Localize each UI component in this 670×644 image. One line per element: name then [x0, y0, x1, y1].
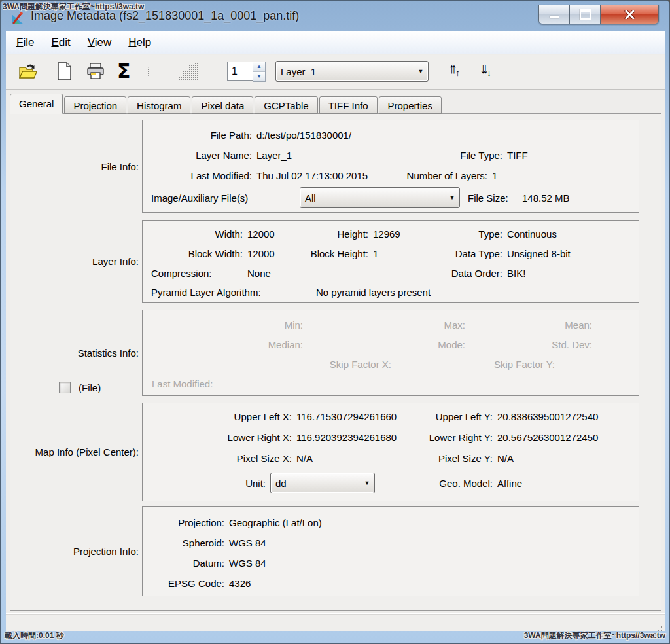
menu-help[interactable]: Help — [128, 36, 151, 49]
chevron-down-icon: ▼ — [414, 68, 428, 75]
tab-gcptable[interactable]: GCPTable — [255, 96, 317, 114]
status-bar — [6, 613, 665, 631]
block-height-value: 1 — [373, 248, 378, 260]
layers-descend-button[interactable]: ↓↓↓ — [480, 61, 489, 77]
median-label: Median: — [143, 339, 303, 351]
unit-dropdown[interactable]: dd ▼ — [270, 473, 375, 493]
maximize-button[interactable] — [570, 5, 601, 24]
minimize-icon — [550, 16, 559, 18]
pixel-size-y-label: Pixel Size Y: — [395, 453, 493, 465]
map-info-section-label: Map Info (Pixel Center): — [13, 446, 139, 457]
toolbar: Σ 1 ▲ ▼ Layer_1 ▼ ↑↑↑ — [6, 55, 665, 90]
aux-files-dropdown[interactable]: All ▼ — [300, 187, 460, 208]
layer-select-dropdown[interactable]: Layer_1 ▼ — [275, 61, 429, 82]
menu-file[interactable]: File — [16, 36, 34, 49]
upper-left-y-value: 20.8386395001272540 — [497, 411, 598, 423]
spinner-up-button[interactable]: ▲ — [253, 62, 265, 72]
data-order-label: Data Order: — [437, 268, 502, 279]
watermark-bottom-left: 載入時間:0.01 秒 — [5, 630, 64, 641]
lower-right-y-label: Lower Right Y: — [395, 432, 493, 444]
menu-edit[interactable]: Edit — [51, 36, 70, 49]
last-modified-value: Thu Jul 02 17:13:00 2015 — [256, 170, 368, 182]
sigma-icon: Σ — [117, 60, 131, 82]
epsg-code-label: EPSG Code: — [143, 578, 224, 590]
layers-ascend-button[interactable]: ↑↑↑ — [448, 61, 457, 77]
file-size-value: 148.52 MB — [522, 192, 570, 204]
tab-tiff-info[interactable]: TIFF Info — [319, 96, 378, 114]
height-value: 12969 — [373, 228, 400, 240]
layer-number-spinner[interactable]: 1 ▲ ▼ — [227, 62, 266, 82]
tab-projection[interactable]: Projection — [64, 96, 126, 114]
up-arrow-icon: ↑ — [451, 61, 453, 76]
chevron-down-icon: ▼ — [360, 480, 374, 486]
std-dev-label: Std. Dev: — [461, 339, 592, 351]
unit-label: Unit: — [143, 478, 266, 490]
pixel-size-x-value: N/A — [296, 453, 313, 465]
histogram-disabled-button — [179, 63, 198, 81]
file-path-label: File Path: — [143, 130, 252, 141]
print-button[interactable] — [86, 62, 105, 82]
resize-grip[interactable] — [661, 626, 662, 628]
window-controls — [538, 5, 659, 24]
menu-bar: File Edit View Help — [6, 31, 665, 54]
lower-right-x-label: Lower Right X: — [143, 432, 292, 444]
projection-value: Geographic (Lat/Lon) — [229, 517, 322, 529]
num-layers-label: Number of Layers: — [389, 170, 487, 182]
skip-factor-x-label: Skip Factor X: — [260, 359, 391, 370]
document-icon — [56, 62, 73, 81]
chevron-down-icon: ▼ — [445, 194, 459, 201]
stats-last-modified-label: Last Modified: — [152, 378, 213, 390]
block-width-label: Block Width: — [143, 248, 243, 260]
mean-label: Mean: — [461, 319, 592, 331]
pyramid-label: Pyramid Layer Algorithm: — [151, 287, 261, 298]
printer-icon — [86, 62, 105, 80]
file-stats-checkbox-label: (File) — [79, 382, 101, 394]
compute-statistics-button[interactable]: Σ — [117, 62, 131, 81]
tab-properties[interactable]: Properties — [379, 96, 442, 114]
max-label: Max: — [334, 319, 465, 331]
layer-number-value[interactable]: 1 — [227, 62, 253, 81]
close-button[interactable] — [601, 5, 658, 24]
histogram-icon — [179, 63, 198, 81]
tab-strip: General Projection Histogram Pixel data … — [10, 94, 443, 114]
projection-label: Projection: — [143, 517, 224, 529]
maximize-icon — [580, 9, 591, 20]
last-modified-label: Last Modified: — [143, 170, 252, 182]
file-stats-checkbox[interactable] — [59, 382, 71, 393]
min-label: Min: — [143, 319, 303, 331]
aux-files-label: Image/Auxiliary File(s) — [151, 192, 248, 204]
width-label: Width: — [143, 228, 243, 240]
projection-info-group: Projection: Geographic (Lat/Lon) Spheroi… — [142, 506, 639, 596]
compression-value: None — [247, 268, 271, 279]
file-info-section-label: File Info: — [13, 161, 139, 172]
new-document-button[interactable] — [56, 62, 73, 83]
data-type-label: Data Type: — [437, 248, 502, 260]
tab-general[interactable]: General — [10, 94, 63, 114]
image-metadata-window: Image Metadata (fs2_151830001_1a_0001_pa… — [0, 0, 670, 644]
type-value: Continuous — [507, 228, 557, 240]
spinner-down-button[interactable]: ▼ — [253, 72, 265, 81]
skip-factor-y-label: Skip Factor Y: — [424, 359, 555, 370]
projection-info-section-label: Projection Info: — [13, 546, 139, 557]
file-path-value: d:/test/po/151830001/ — [256, 130, 351, 141]
tab-histogram[interactable]: Histogram — [128, 96, 190, 114]
spheroid-label: Spheroid: — [143, 537, 224, 549]
pixel-size-x-label: Pixel Size X: — [143, 453, 292, 465]
close-icon — [624, 10, 635, 19]
num-layers-value: 1 — [492, 170, 497, 182]
watermark-bottom-right: 3WA問題解決專家工作室~https//3wa.tw — [524, 630, 665, 641]
height-label: Height: — [303, 228, 368, 240]
data-type-value: Unsigned 8-bit — [507, 248, 571, 260]
open-file-button[interactable] — [18, 62, 39, 82]
layer-name-value: Layer_1 — [256, 150, 292, 162]
geo-model-label: Geo. Model: — [395, 478, 493, 490]
menu-view[interactable]: View — [88, 36, 112, 49]
minimize-button[interactable] — [539, 5, 570, 24]
app-icon — [10, 10, 26, 26]
layer-info-group: Width: 12000 Height: 12969 Type: Continu… — [142, 220, 639, 303]
file-type-value: TIFF — [507, 150, 528, 162]
datum-label: Datum: — [143, 558, 224, 569]
pixel-size-y-value: N/A — [497, 453, 514, 465]
block-width-value: 12000 — [247, 248, 275, 260]
tab-pixel-data[interactable]: Pixel data — [192, 96, 253, 114]
